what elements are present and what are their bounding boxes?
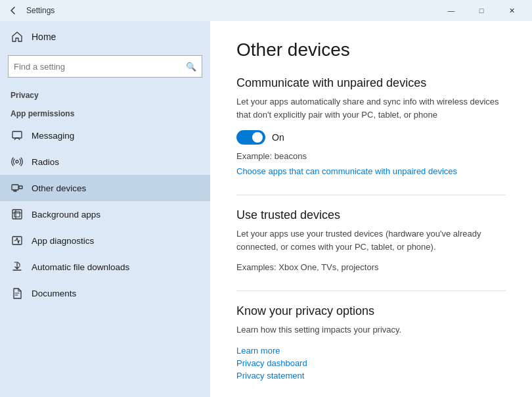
privacy-statement-link[interactable]: Privacy statement xyxy=(236,371,506,381)
search-input[interactable] xyxy=(14,62,186,72)
toggle-knob xyxy=(252,132,263,143)
messaging-label: Messaging xyxy=(32,131,74,141)
minimize-button[interactable]: — xyxy=(436,0,466,21)
app-diagnostics-icon xyxy=(11,234,24,247)
svg-rect-3 xyxy=(19,186,22,189)
radios-label: Radios xyxy=(32,157,59,167)
sidebar-app-permissions-label: App permissions xyxy=(0,104,210,122)
sidebar-item-app-diagnostics[interactable]: App diagnostics xyxy=(0,227,210,254)
svg-point-1 xyxy=(16,160,18,163)
communicate-toggle-label: On xyxy=(272,132,284,143)
svg-rect-4 xyxy=(12,210,22,219)
sidebar-item-home[interactable]: Home xyxy=(0,21,210,53)
sidebar-section-privacy: Privacy xyxy=(0,85,210,104)
communicate-link[interactable]: Choose apps that can communicate with un… xyxy=(236,166,506,176)
home-icon xyxy=(11,30,24,43)
close-button[interactable]: ✕ xyxy=(497,0,527,21)
documents-icon xyxy=(11,287,24,300)
divider-2 xyxy=(236,291,506,291)
messaging-icon xyxy=(11,129,24,142)
trusted-desc: Let your apps use your trusted devices (… xyxy=(236,227,506,253)
content-area: Other devices Communicate with unpaired … xyxy=(210,21,532,397)
sidebar-item-automatic-file-downloads[interactable]: Automatic file downloads xyxy=(0,254,210,280)
privacy-options-section: Know your privacy options Learn how this… xyxy=(236,304,506,381)
sidebar-item-other-devices[interactable]: Other devices xyxy=(0,175,210,201)
search-box[interactable]: 🔍 xyxy=(8,55,202,78)
trusted-title: Use trusted devices xyxy=(236,208,506,222)
titlebar-title: Settings xyxy=(26,6,436,15)
sidebar-item-documents[interactable]: Documents xyxy=(0,280,210,306)
sidebar: Home 🔍 Privacy App permissions Messaging xyxy=(0,21,210,397)
divider-1 xyxy=(236,195,506,195)
trusted-section: Use trusted devices Let your apps use yo… xyxy=(236,208,506,272)
automatic-file-downloads-icon xyxy=(11,260,24,273)
svg-rect-0 xyxy=(12,131,22,138)
other-devices-icon xyxy=(11,181,24,195)
maximize-button[interactable]: □ xyxy=(466,0,497,21)
background-apps-icon xyxy=(11,208,24,221)
communicate-section: Communicate with unpaired devices Let yo… xyxy=(236,76,506,176)
communicate-toggle-row: On xyxy=(236,130,506,145)
sidebar-item-background-apps[interactable]: Background apps xyxy=(0,201,210,227)
titlebar: Settings — □ ✕ xyxy=(0,0,532,21)
background-apps-label: Background apps xyxy=(32,210,100,220)
trusted-example: Examples: Xbox One, TVs, projectors xyxy=(236,262,506,272)
page-title: Other devices xyxy=(236,39,506,60)
sidebar-item-messaging[interactable]: Messaging xyxy=(0,122,210,149)
privacy-dashboard-link[interactable]: Privacy dashboard xyxy=(236,358,506,368)
communicate-desc: Let your apps automatically share and sy… xyxy=(236,95,506,121)
communicate-toggle[interactable] xyxy=(236,130,265,145)
other-devices-label: Other devices xyxy=(32,183,86,193)
svg-rect-2 xyxy=(12,185,18,190)
home-label: Home xyxy=(32,32,56,42)
privacy-options-desc: Learn how this setting impacts your priv… xyxy=(236,323,506,337)
app-diagnostics-label: App diagnostics xyxy=(32,236,94,246)
back-button[interactable] xyxy=(5,3,21,18)
automatic-file-downloads-label: Automatic file downloads xyxy=(32,262,129,272)
documents-label: Documents xyxy=(32,289,76,298)
window-controls: — □ ✕ xyxy=(436,0,527,21)
main-layout: Home 🔍 Privacy App permissions Messaging xyxy=(0,21,532,397)
privacy-options-title: Know your privacy options xyxy=(236,304,506,318)
sidebar-item-radios[interactable]: Radios xyxy=(0,149,210,175)
learn-more-link[interactable]: Learn more xyxy=(236,346,506,356)
radios-icon xyxy=(11,155,24,168)
communicate-title: Communicate with unpaired devices xyxy=(236,76,506,90)
search-icon: 🔍 xyxy=(186,62,196,72)
svg-rect-5 xyxy=(14,212,20,217)
communicate-example: Example: beacons xyxy=(236,151,506,161)
